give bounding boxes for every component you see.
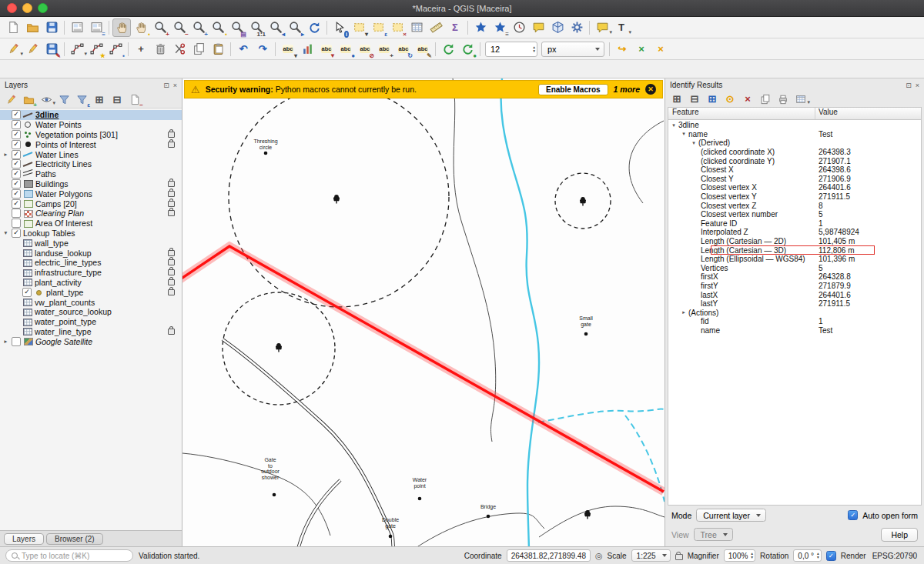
identify-row[interactable]: lastX264401.6: [668, 290, 921, 299]
auto-open-form-checkbox[interactable]: ✓: [848, 510, 858, 520]
layer-visibility-checkbox[interactable]: ✓: [12, 229, 21, 238]
enable-tracing-button[interactable]: ×: [632, 40, 651, 58]
scale-combobox[interactable]: 1:225: [631, 549, 671, 562]
layer-labeling-options-button[interactable]: abc▾: [279, 40, 297, 58]
magnifier-spinbox[interactable]: 100%▴▾: [724, 549, 755, 562]
layer-visibility-checkbox[interactable]: [12, 337, 21, 346]
identify-row[interactable]: (clicked coordinate X)264398.3: [668, 148, 921, 157]
layer-visibility-checkbox[interactable]: [12, 219, 21, 228]
layer-visibility-checkbox[interactable]: ✓: [12, 140, 21, 149]
expand-all-button[interactable]: ⊞: [91, 92, 108, 108]
layer-visibility-checkbox[interactable]: ✓: [12, 189, 21, 199]
crs-button[interactable]: EPSG:20790: [871, 552, 919, 560]
mode-combobox[interactable]: Current layer: [696, 509, 766, 522]
enable-macros-button[interactable]: Enable Macros: [538, 84, 608, 95]
clear-results-button[interactable]: ×: [739, 92, 756, 107]
layer-visibility-checkbox[interactable]: ✓: [12, 199, 21, 209]
rotate-point-symbols-button[interactable]: [439, 40, 457, 58]
identify-row[interactable]: Vertices5: [668, 264, 921, 273]
zoom-last-button[interactable]: ◂: [266, 18, 285, 37]
select-features-button[interactable]: ▾: [350, 18, 368, 37]
digitize-with-segment-button[interactable]: ▾: [68, 40, 86, 58]
help-button[interactable]: Help: [881, 528, 918, 542]
zoom-to-layer-button[interactable]: ▤: [228, 18, 246, 37]
identify-row[interactable]: Closest vertex Y271911.5: [668, 192, 921, 202]
move-label-button[interactable]: abc+: [375, 40, 393, 58]
layer-item-camps-20-[interactable]: ✓Camps [20]: [0, 199, 182, 209]
identify-row[interactable]: Feature ID1: [668, 219, 921, 229]
delete-selected-button[interactable]: [151, 40, 169, 58]
open-attribute-table-button[interactable]: [407, 18, 426, 37]
layer-visibility-checkbox[interactable]: ✓: [22, 288, 32, 297]
identify-row[interactable]: firstY271879.9: [668, 282, 921, 291]
layer-item-plant-activity[interactable]: plant_activity: [0, 278, 182, 288]
layer-diagram-options-button[interactable]: [298, 40, 316, 58]
offset-curve-button[interactable]: ↪: [613, 40, 631, 58]
layer-item-paths[interactable]: ✓Paths: [0, 169, 182, 179]
open-project-button[interactable]: [23, 18, 42, 37]
cut-features-button[interactable]: [170, 40, 189, 58]
deselect-features-button[interactable]: ×: [388, 18, 407, 37]
map-canvas[interactable]: ⚠ Security warning: Python macros cannot…: [182, 78, 665, 546]
show-layout-manager-button[interactable]: ≡: [87, 18, 105, 37]
identify-row[interactable]: fid1: [668, 317, 921, 326]
identify-row[interactable]: Length (Ellipsoidal — WGS84)101,396 m: [668, 255, 921, 264]
identify-row[interactable]: firstX264328.8: [668, 272, 921, 282]
identify-row[interactable]: ▸(Actions): [668, 308, 921, 317]
identify-row[interactable]: nameTest: [668, 326, 921, 335]
layer-item-vw-plant-counts[interactable]: vw_plant_counts: [0, 297, 182, 307]
copy-feature-button[interactable]: [757, 92, 774, 107]
processing-toolbox-button[interactable]: [567, 18, 586, 37]
identify-row[interactable]: lastY271911.5: [668, 299, 921, 309]
save-project-button[interactable]: [42, 18, 61, 37]
layer-visibility-checkbox[interactable]: ✓: [12, 179, 21, 189]
new-print-layout-button[interactable]: [68, 18, 86, 37]
map-tips-button[interactable]: [529, 18, 547, 37]
redo-button[interactable]: ↷: [253, 40, 272, 58]
pan-to-selection-button[interactable]: ▪: [132, 18, 150, 37]
stepper-icon[interactable]: ▴▾: [533, 45, 535, 53]
save-layer-edits-button[interactable]: ✎: [42, 40, 61, 58]
identify-row[interactable]: Length (Cartesian — 3D)112,806 m: [668, 245, 921, 255]
layer-visibility-checkbox[interactable]: ✓: [12, 130, 21, 139]
identify-row[interactable]: Closest X264398.6: [668, 165, 921, 175]
layer-item-buildings[interactable]: ✓Buildings: [0, 179, 182, 189]
open-layer-styling-button[interactable]: [2, 92, 19, 108]
temporal-controller-button[interactable]: [510, 18, 528, 37]
pin-unpin-labels-button[interactable]: abc▼: [317, 40, 336, 58]
layer-visibility-checkbox[interactable]: ✓: [12, 169, 21, 179]
identify-row[interactable]: Closest vertex number5: [668, 210, 921, 219]
layer-item-wall-type[interactable]: wall_type: [0, 238, 182, 248]
expander-icon[interactable]: ▾: [2, 229, 9, 236]
coordinate-input[interactable]: 264381.82,271899.48: [507, 549, 591, 562]
expander-icon[interactable]: ▾: [681, 131, 687, 137]
identify-row[interactable]: Closest Y271906.9: [668, 175, 921, 184]
identify-row[interactable]: (clicked coordinate Y)271907.1: [668, 156, 921, 165]
identify-features-button[interactable]: i: [330, 18, 349, 37]
manage-map-themes-button[interactable]: ▾: [38, 92, 55, 108]
layer-visibility-checkbox[interactable]: ✓: [12, 110, 21, 119]
float-panel-icon[interactable]: ⊡: [906, 82, 912, 89]
measure-line-button[interactable]: [427, 18, 445, 37]
refresh-map-button[interactable]: [305, 18, 323, 37]
layer-item-area-of-interest[interactable]: Area Of Interest: [0, 219, 182, 229]
identify-row[interactable]: ▾nameTest: [668, 130, 921, 139]
layer-item-vegetation-points-301-[interactable]: ✓Vegetation points [301]: [0, 130, 182, 140]
expander-icon[interactable]: ▸: [681, 309, 687, 315]
column-value[interactable]: Value: [815, 108, 921, 119]
stepper-icon[interactable]: ▴▾: [751, 552, 753, 559]
layer-item-lookup-tables[interactable]: ▾✓Lookup Tables: [0, 229, 182, 239]
move-feature-button[interactable]: +: [132, 40, 150, 58]
layer-visibility-checkbox[interactable]: ✓: [12, 159, 21, 169]
identify-mode-settings-button[interactable]: ▾: [792, 92, 809, 107]
current-edits-button[interactable]: ▾: [4, 40, 22, 58]
identify-row[interactable]: Closest vertex X264401.6: [668, 183, 921, 192]
highlight-feature-button[interactable]: ⊙: [721, 92, 738, 107]
layer-visibility-checkbox[interactable]: ✓: [12, 150, 21, 159]
layer-item-points-of-interest[interactable]: ✓Points of Interest: [0, 139, 182, 149]
stepper-icon[interactable]: ▴▾: [817, 552, 819, 559]
expand-new-results-button[interactable]: ⊞: [704, 92, 721, 107]
close-panel-icon[interactable]: ×: [916, 82, 919, 89]
collapse-all-button[interactable]: ⊟: [109, 92, 126, 108]
layer-item-clearing-plan[interactable]: Clearing Plan: [0, 209, 182, 219]
